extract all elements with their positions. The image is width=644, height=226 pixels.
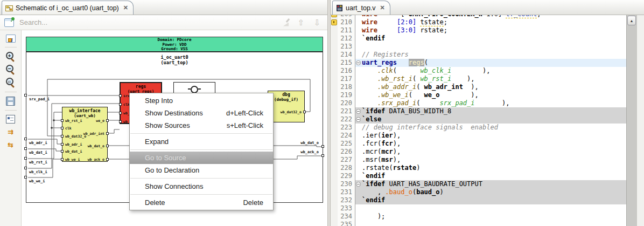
code-line-body[interactable]: .wb_rst_i( wb_rst_i ), — [355, 75, 626, 83]
gutter-marker-bar[interactable] — [331, 140, 338, 148]
code-line-body[interactable]: `endif — [355, 172, 626, 180]
code-line-body[interactable]: .clk( wb_clk_i ), — [355, 67, 626, 75]
gutter-marker-bar[interactable] — [331, 115, 338, 124]
menu-item-show-sources[interactable]: Show Sourcess+Left-Click — [130, 119, 273, 132]
code-text[interactable]: `ifdef UART_HAS_BAUDRATE_OUTPUT — [362, 180, 626, 188]
menu-item-go-to-declaration[interactable]: Go to Declaration — [130, 164, 273, 176]
gutter-marker-bar[interactable] — [331, 75, 338, 83]
code-text[interactable]: .mcr(mcr), — [362, 148, 626, 156]
code-text[interactable]: `else — [362, 115, 626, 124]
close-tab-icon[interactable]: ✕ — [123, 4, 128, 11]
window-info-icon[interactable] — [6, 35, 16, 43]
code-text[interactable]: .wb_rst_i( wb_rst_i ), — [362, 75, 626, 83]
gutter-marker-bar[interactable] — [331, 91, 338, 99]
gutter-marker-bar[interactable] — [331, 196, 338, 204]
fold-collapse-icon[interactable] — [356, 60, 361, 65]
zoom-fit-icon[interactable] — [6, 78, 16, 87]
code-text[interactable]: .clk( wb_clk_i ), — [362, 67, 626, 75]
search-next-icon[interactable]: ⇩ — [311, 18, 323, 28]
zoom-out-icon[interactable] — [6, 65, 16, 74]
code-line-body[interactable] — [355, 204, 626, 213]
code-line-body[interactable]: // debug interface signals enabled — [355, 124, 626, 132]
code-line-body[interactable]: wire [3:0] rstate; — [355, 26, 626, 35]
code-text[interactable]: `endif — [362, 196, 626, 204]
trace-arrows-icon[interactable] — [6, 127, 16, 136]
gutter-marker-bar[interactable] — [331, 172, 338, 180]
code-line-body[interactable]: .ier(ier), — [355, 132, 626, 140]
menu-item-show-connections[interactable]: Show Connections — [130, 180, 273, 193]
filter-options-icon[interactable] — [6, 115, 15, 124]
zoom-in-icon[interactable] — [6, 52, 16, 61]
code-text[interactable]: `ifdef DATA_BUS_WIDTH_8 — [362, 107, 626, 115]
gutter-marker-bar[interactable] — [331, 148, 338, 156]
menu-item-delete[interactable]: DeleteDelete — [130, 196, 273, 209]
code-text[interactable]: `endif — [362, 172, 626, 180]
code-text[interactable]: .wb_addr_i( wb_adr_int ), — [362, 83, 626, 91]
code-line-body[interactable]: .wb_addr_i( wb_adr_int ), — [355, 83, 626, 91]
gutter-marker-bar[interactable] — [331, 180, 338, 188]
code-text[interactable] — [362, 204, 626, 213]
code-line-body[interactable]: ); — [355, 213, 626, 221]
code-line-body[interactable]: uart_regs regs( — [355, 59, 626, 67]
code-text[interactable] — [362, 43, 626, 51]
gutter-marker-bar[interactable] — [331, 204, 338, 213]
code-line-body[interactable]: .wb_we_i( we_o ), — [355, 91, 626, 99]
vertical-scrollbar[interactable]: ▲ — [626, 15, 636, 226]
gutter-marker-bar[interactable] — [331, 51, 338, 59]
code-text[interactable]: // Registers — [362, 51, 626, 59]
code-line-body[interactable]: `else — [355, 115, 626, 124]
code-line-body[interactable]: .rstate(rstate) — [355, 164, 626, 172]
gutter-marker-bar[interactable] — [331, 35, 338, 43]
code-text[interactable]: ); — [362, 213, 626, 221]
code-text[interactable] — [362, 221, 626, 226]
gutter-marker-bar[interactable] — [331, 18, 338, 26]
code-text[interactable]: .wb_we_i( we_o ), — [362, 91, 626, 99]
code-line-body[interactable] — [355, 43, 626, 51]
fold-collapse-icon[interactable] — [356, 109, 361, 114]
menu-item-expand[interactable]: Expand — [130, 135, 273, 148]
code-text[interactable]: , .baud_o(baud_o) — [362, 188, 626, 196]
gutter-marker-bar[interactable] — [331, 99, 338, 107]
code-line-body[interactable]: , .baud_o(baud_o) — [355, 188, 626, 196]
code-line-body[interactable] — [355, 221, 626, 226]
code-line-body[interactable]: .msr(msr), — [355, 156, 626, 164]
code-line-body[interactable]: // Registers — [355, 51, 626, 59]
tab-uart-top-v[interactable]: uart_top.v ✕ — [332, 1, 390, 15]
gutter-marker-bar[interactable] — [331, 26, 338, 35]
block-wb-interface[interactable]: wb_interface(uart_wb)wb_rst_iclkwb_dat32… — [62, 107, 108, 162]
new-window-pin-icon[interactable] — [4, 18, 14, 27]
gutter-marker-bar[interactable] — [331, 124, 338, 132]
code-text[interactable]: uart_regs regs( — [362, 59, 626, 67]
swap-refresh-icon[interactable] — [6, 140, 16, 149]
tab-schematic[interactable]: Schematic of i_oc_uart0 (uart_top) ✕ — [2, 1, 134, 15]
code-text[interactable]: // debug interface signals enabled — [362, 124, 626, 132]
code-line-body[interactable]: .fcr(fcr), — [355, 140, 626, 148]
gutter-marker-bar[interactable] — [331, 156, 338, 164]
code-text[interactable]: .fcr(fcr), — [362, 140, 626, 148]
code-text[interactable]: .msr(msr), — [362, 156, 626, 164]
gutter-marker-bar[interactable] — [331, 67, 338, 75]
gutter-marker-bar[interactable] — [331, 132, 338, 140]
gutter-marker-bar[interactable] — [331, 83, 338, 91]
menu-item-go-to-source[interactable]: Go to Source — [130, 152, 273, 164]
close-tab-icon[interactable]: ✕ — [380, 4, 385, 11]
gutter-marker-bar[interactable] — [331, 164, 338, 172]
code-line-body[interactable]: `ifdef UART_HAS_BAUDRATE_OUTPUT — [355, 180, 626, 188]
clear-search-icon[interactable] — [282, 18, 291, 27]
schematic-canvas[interactable]: Domain: PDcore Power: VDD Ground: VSS i_… — [22, 30, 327, 226]
scroll-up-button[interactable]: ▲ — [627, 16, 636, 25]
code-text[interactable]: `endif — [362, 35, 626, 43]
overview-ruler[interactable] — [636, 15, 644, 226]
code-text[interactable]: .ier(ier), — [362, 132, 626, 140]
search-input[interactable] — [18, 18, 278, 27]
code-line-body[interactable]: .srx_pad_i( srx_pad_i ), — [355, 99, 626, 107]
code-area[interactable]: 209wire [ UART_FIFO_COUNTER_W-1:0] tf_co… — [331, 15, 626, 226]
search-previous-icon[interactable]: ⇧ — [295, 18, 307, 28]
gutter-marker-bar[interactable] — [331, 221, 338, 226]
code-text[interactable]: wire [2:0] tstate; — [362, 18, 626, 26]
gutter-marker-bar[interactable] — [331, 59, 338, 67]
code-line-body[interactable]: `ifdef DATA_BUS_WIDTH_8 — [355, 107, 626, 115]
source-editor[interactable]: 209wire [ UART_FIFO_COUNTER_W-1:0] tf_co… — [331, 15, 644, 226]
code-text[interactable]: .srx_pad_i( srx_pad_i ), — [362, 99, 626, 107]
gutter-marker-bar[interactable] — [331, 107, 338, 115]
